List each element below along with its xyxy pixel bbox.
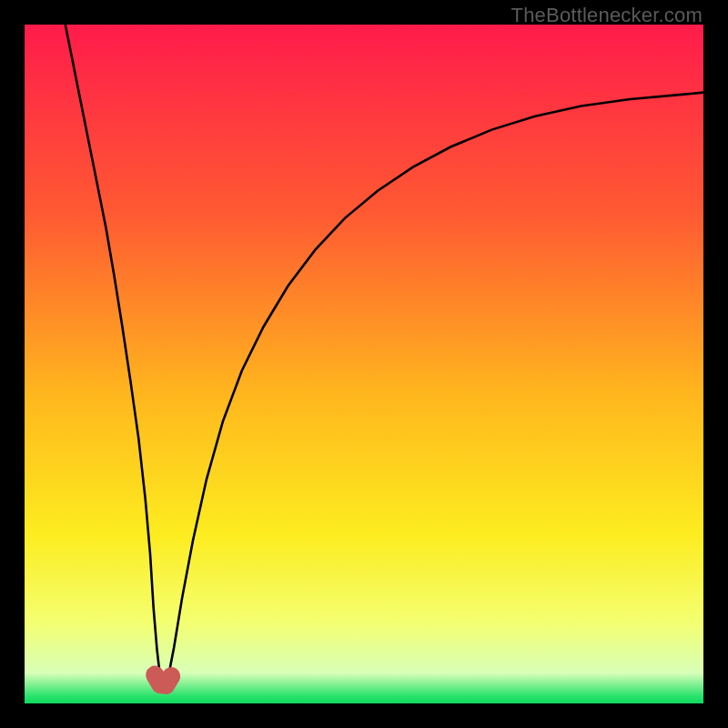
watermark-text: TheBottlenecker.com xyxy=(511,4,703,27)
bottleneck-minimum-marker xyxy=(155,675,171,685)
chart-svg xyxy=(25,25,703,703)
plot-area xyxy=(25,25,703,703)
gradient-background xyxy=(25,25,703,703)
outer-frame: TheBottlenecker.com xyxy=(0,0,728,728)
